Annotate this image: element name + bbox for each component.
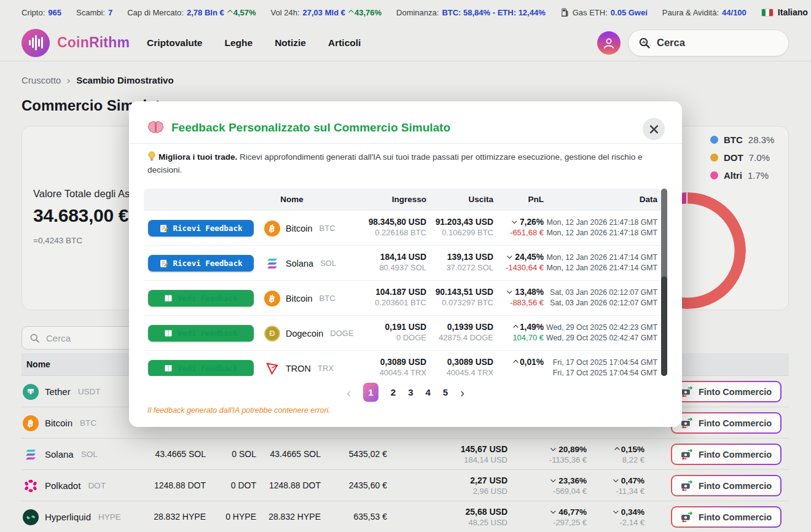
col-nome: Nome — [264, 189, 319, 210]
entry-cell: 104.187 USD0.203601 BTC — [328, 281, 426, 308]
col-pnl: PnL — [495, 189, 544, 210]
finto-commercio-button[interactable]: Finto Commercio — [671, 506, 782, 528]
entry-cell: 0,3089 USD40045.4 TRX — [328, 351, 426, 376]
value-eur-cell: 2435,60 € — [319, 470, 387, 501]
book-icon — [164, 364, 173, 372]
entry-cell: 184,14 USD80.4937 SOL — [328, 246, 426, 273]
main-header: CoinRithm Criptovalute Leghe Notizie Art… — [0, 25, 811, 61]
legend-item-btc[interactable]: BTC 28.3% — [710, 135, 774, 145]
coinrithm-logo-icon[interactable] — [22, 29, 50, 57]
legend-item-altri[interactable]: Altri 1.7% — [710, 170, 774, 181]
stat-value-link[interactable]: 7 — [108, 8, 112, 17]
caret-up-icon — [614, 447, 619, 452]
stat-cripto: Cripto: 965 — [22, 8, 61, 17]
stat-value-link[interactable]: 2,78 Bln € — [187, 8, 224, 17]
finto-commercio-button[interactable]: Finto Commercio — [671, 475, 782, 496]
price-cell: 145,67 USD184,14 USD — [434, 439, 507, 465]
ricevi-feedback-button[interactable]: Ricevi Feedback — [148, 220, 254, 237]
book-icon — [164, 294, 173, 302]
table-scrollbar[interactable] — [661, 189, 667, 376]
col-uscita: Uscita — [423, 189, 493, 210]
lightbulb-icon — [147, 151, 156, 162]
pagination-page-3[interactable]: 3 — [408, 387, 413, 397]
vedi-feedback-button[interactable]: Vedi Feedback — [148, 360, 254, 376]
asset-row-polkadot[interactable]: Polkadot DOT 1248.88 DOT 0 DOT 1248.88 D… — [22, 469, 789, 501]
memo-icon — [160, 224, 168, 233]
coin-cell: Tether USDT — [23, 376, 100, 407]
pagination: ‹ 1 2 3 4 5 › — [129, 383, 682, 402]
stat-value-link[interactable]: 27,03 Mld € — [303, 8, 345, 17]
pagination-prev[interactable]: ‹ — [347, 384, 351, 401]
brand-name[interactable]: CoinRithm — [57, 34, 130, 51]
italy-flag-icon — [761, 9, 774, 17]
pagination-page-5[interactable]: 5 — [443, 387, 448, 397]
date-cell: Sat, 03 Jan 2026 02:12:07 GMTSat, 03 Jan… — [541, 281, 657, 308]
feedback-row: Ricevi Feedback ฿ BitcoinBTC 98.345,80 U… — [144, 210, 661, 245]
nav-leghe[interactable]: Leghe — [225, 37, 253, 49]
finto-commercio-button[interactable]: Finto Commercio — [671, 444, 782, 465]
solana-icon — [23, 447, 39, 463]
stat-value-link[interactable]: 0.05 Gwei — [611, 8, 648, 17]
date-cell: Mon, 12 Jan 2026 21:47:14 GMTMon, 12 Jan… — [541, 246, 657, 273]
stat-value-link[interactable]: 44/100 — [722, 8, 746, 17]
stat-change: 43,76% — [348, 8, 382, 17]
ricevi-feedback-button[interactable]: Ricevi Feedback — [148, 255, 254, 272]
price-cell: 25,68 USD48,25 USD — [434, 501, 507, 528]
finto-commercio-button[interactable]: Finto Commercio — [671, 381, 782, 402]
pagination-next[interactable]: › — [460, 384, 464, 401]
solana-icon — [264, 256, 280, 272]
locked-cell: 0 SOL — [207, 439, 256, 470]
column-header-nome[interactable]: Nome — [26, 359, 50, 369]
stat-label: Scambi: — [76, 8, 105, 17]
col-ingresso: Ingresso — [328, 189, 426, 210]
balance-cell: 43.4665 SOL — [126, 439, 206, 470]
nav-articoli[interactable]: Articoli — [328, 37, 361, 49]
coin-cell: SolanaSOL — [264, 246, 336, 281]
asset-row-solana[interactable]: Solana SOL 43.4665 SOL 0 SOL 43.4665 SOL… — [22, 438, 789, 469]
user-avatar[interactable] — [597, 31, 621, 55]
language-selector[interactable]: Italiano — [761, 7, 811, 17]
breadcrumb-home[interactable]: Cruscotto — [22, 75, 61, 85]
hyperliquid-icon — [23, 509, 39, 525]
pagination-page-1[interactable]: 1 — [363, 383, 378, 402]
pagination-page-2[interactable]: 2 — [391, 387, 396, 397]
scrollbar-thumb[interactable] — [661, 276, 667, 376]
language-label: Italiano — [778, 7, 808, 17]
statsbar-controls: Italiano € EUR — [761, 6, 811, 19]
pnl-cell: 24,45%-1430,64 € — [495, 246, 544, 273]
available-cell: 1248.88 DOT — [253, 470, 321, 501]
bitcoin-icon: ฿ — [264, 221, 280, 237]
stat-label: Cripto: — [22, 8, 45, 17]
asset-row-hyperliquid[interactable]: Hyperliquid HYPE 28.832 HYPE 0 HYPE 28.8… — [22, 501, 789, 532]
feedback-row: Vedi Feedback ฿ BitcoinBTC 104.187 USD0.… — [144, 280, 661, 315]
entry-cell: 0,191 USD0 DOGE — [328, 316, 426, 343]
nav-criptovalute[interactable]: Criptovalute — [147, 37, 202, 49]
dogecoin-icon: Ð — [264, 326, 280, 342]
pagination-page-4[interactable]: 4 — [426, 387, 431, 397]
pnl-cell: 20,89%-1135,36 € — [525, 439, 587, 465]
close-icon[interactable] — [643, 118, 665, 140]
stat-value-link[interactable]: 965 — [48, 8, 61, 17]
exit-cell: 139,13 USD37.0272 SOL — [423, 246, 493, 273]
exit-cell: 90.143,51 USD0.073297 BTC — [423, 281, 493, 308]
pnl-cell: 23,36%-569,04 € — [525, 470, 587, 496]
locked-cell: 0 DOT — [207, 470, 256, 501]
coin-cell: Solana SOL — [23, 439, 98, 470]
memo-icon — [160, 259, 168, 268]
col-data: Data — [541, 189, 657, 210]
feedback-table-header: Nome Ingresso Uscita PnL Data — [144, 189, 661, 210]
caret-down-icon — [512, 218, 517, 223]
vedi-feedback-button[interactable]: Vedi Feedback — [148, 325, 254, 342]
legend-dot-icon — [710, 154, 718, 162]
stat-value-link[interactable]: BTC: 58,84% - ETH: 12,44% — [442, 8, 545, 17]
vedi-feedback-button[interactable]: Vedi Feedback — [148, 290, 254, 307]
legend-item-dot[interactable]: DOT 7.0% — [710, 152, 774, 163]
header-search[interactable]: Cerca — [628, 29, 789, 57]
finto-commercio-button[interactable]: Finto Commercio — [671, 412, 782, 434]
stat-label: Dominanza: — [396, 8, 439, 17]
coin-cell: Polkadot DOT — [23, 470, 106, 501]
stat-change: 4,57% — [227, 8, 256, 17]
trade-money-icon — [681, 418, 694, 428]
caret-down-icon — [613, 508, 618, 513]
nav-notizie[interactable]: Notizie — [275, 37, 306, 49]
